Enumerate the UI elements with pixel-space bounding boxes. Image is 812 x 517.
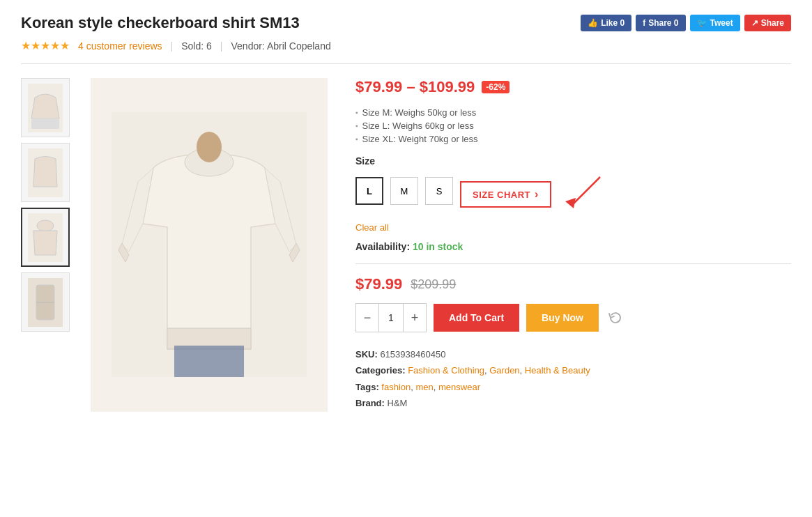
tag-men[interactable]: men <box>416 382 434 392</box>
thumbnail-2[interactable] <box>21 143 70 202</box>
chevron-right-icon: › <box>535 188 539 201</box>
size-btn-l[interactable]: L <box>355 177 383 205</box>
sku-row: SKU: 6153938460450 <box>355 346 791 362</box>
discount-badge: -62% <box>482 81 510 93</box>
price-row: $79.99 – $109.99 -62% <box>355 78 791 96</box>
header-row: Korean style checkerboard shirt SM13 👍 L… <box>21 14 791 32</box>
share-fb-label: Share 0 <box>648 18 678 28</box>
like-button[interactable]: 👍 Like 0 <box>581 15 631 31</box>
svg-point-11 <box>197 132 222 162</box>
original-price: $209.99 <box>411 277 456 292</box>
meta-row: ★★★★★ 4 customer reviews | Sold: 6 | Ven… <box>21 39 791 52</box>
reviews-link[interactable]: 4 customer reviews <box>78 40 162 52</box>
header-divider <box>21 63 791 64</box>
brand-value: H&M <box>388 398 408 408</box>
main-product-image <box>91 78 328 412</box>
quantity-decrease-button[interactable]: − <box>356 304 378 332</box>
size-btn-m[interactable]: M <box>390 177 418 205</box>
clear-all-link[interactable]: Clear all <box>355 222 791 233</box>
thumbnail-3[interactable] <box>21 208 70 267</box>
vendor-info: Vendor: Abril Copeland <box>231 40 331 52</box>
availability-row: Availability: 10 in stock <box>355 241 791 252</box>
twitter-icon: 🐦 <box>697 18 707 28</box>
quantity-increase-button[interactable]: + <box>404 304 426 332</box>
vendor-name: Abril Copeland <box>267 40 331 52</box>
category-link-garden[interactable]: Garden <box>489 365 519 376</box>
brand-label: Brand: <box>355 398 385 408</box>
svg-marker-13 <box>565 198 576 208</box>
size-chart-button[interactable]: SIZE CHART › <box>460 181 551 208</box>
categories-row: Categories: Fashion & Clothing, Garden, … <box>355 362 791 378</box>
purchase-price: $79.99 <box>355 275 402 293</box>
product-details: $79.99 – $109.99 -62% Size M: Weighs 50k… <box>348 78 791 412</box>
svg-point-4 <box>37 220 54 231</box>
quantity-control: − 1 + <box>355 303 427 332</box>
like-label: Like 0 <box>601 18 625 28</box>
price-range: $79.99 – $109.99 <box>355 78 475 96</box>
share-label: Share <box>761 18 784 28</box>
tag-fashion[interactable]: fashion <box>381 382 411 392</box>
share-icon: ↗ <box>751 18 758 28</box>
sold-label: Sold: <box>181 40 204 52</box>
purchase-price-row: $79.99 $209.99 <box>355 275 791 293</box>
size-info-list: Size M: Weighs 50kg or less Size L: Weig… <box>355 107 791 144</box>
separator-1: | <box>171 40 174 52</box>
size-btn-s[interactable]: S <box>425 177 453 205</box>
size-options: L M S <box>355 177 453 205</box>
sold-value: 6 <box>206 40 212 52</box>
product-layout: $79.99 – $109.99 -62% Size M: Weighs 50k… <box>21 78 791 412</box>
facebook-icon: f <box>643 18 645 28</box>
refresh-icon[interactable] <box>606 308 625 327</box>
add-to-cart-button[interactable]: Add To Cart <box>434 304 519 332</box>
size-note-l: Size L: Weighs 60kg or less <box>355 121 791 131</box>
thumbs-up-icon: 👍 <box>588 18 598 28</box>
tweet-label: Tweet <box>710 18 733 28</box>
size-label: Size <box>355 155 791 167</box>
arrow-annotation <box>558 173 614 215</box>
sku-label: SKU: <box>355 349 378 360</box>
purchase-divider <box>355 263 791 264</box>
tag-menswear[interactable]: menswear <box>438 382 480 392</box>
thumbnail-1[interactable] <box>21 78 70 137</box>
sold-info: Sold: 6 <box>181 40 212 52</box>
buy-now-button[interactable]: Buy Now <box>526 304 599 332</box>
svg-rect-1 <box>31 118 59 129</box>
product-meta: SKU: 6153938460450 Categories: Fashion &… <box>355 346 791 412</box>
share-button[interactable]: ↗ Share <box>744 15 791 31</box>
stock-text: 10 in stock <box>413 241 463 252</box>
svg-rect-10 <box>174 346 244 377</box>
reviews-label: customer reviews <box>86 40 162 52</box>
tweet-button[interactable]: 🐦 Tweet <box>690 15 740 31</box>
thumbnail-list <box>21 78 70 412</box>
categories-label: Categories: <box>355 365 406 376</box>
svg-line-12 <box>572 177 600 205</box>
tags-label: Tags: <box>355 382 379 392</box>
sku-value: 6153938460450 <box>380 349 445 360</box>
brand-row: Brand: H&M <box>355 395 791 411</box>
tags-value: fashion, men, menswear <box>381 382 480 392</box>
category-link-health[interactable]: Health & Beauty <box>525 365 590 376</box>
thumbnail-4[interactable] <box>21 272 70 332</box>
availability-label: Availability: <box>355 241 410 252</box>
tags-row: Tags: fashion, men, menswear <box>355 379 791 395</box>
star-rating: ★★★★★ <box>21 39 70 52</box>
social-buttons: 👍 Like 0 f Share 0 🐦 Tweet ↗ Share <box>581 15 791 31</box>
arrow-svg <box>558 173 614 215</box>
quantity-value: 1 <box>378 304 404 332</box>
purchase-row: − 1 + Add To Cart Buy Now <box>355 303 791 332</box>
share-facebook-button[interactable]: f Share 0 <box>636 15 685 31</box>
review-count: 4 <box>78 40 84 52</box>
category-link-fashion[interactable]: Fashion & Clothing <box>408 365 484 376</box>
size-note-xl: Size XL: Weight 70kg or less <box>355 134 791 144</box>
categories-value: Fashion & Clothing, Garden, Health & Bea… <box>408 365 590 376</box>
product-title: Korean style checkerboard shirt SM13 <box>21 14 300 32</box>
vendor-label: Vendor: <box>231 40 265 52</box>
separator-2: | <box>220 40 223 52</box>
size-note-m: Size M: Weighs 50kg or less <box>355 107 791 118</box>
size-chart-label: SIZE CHART <box>473 190 530 200</box>
